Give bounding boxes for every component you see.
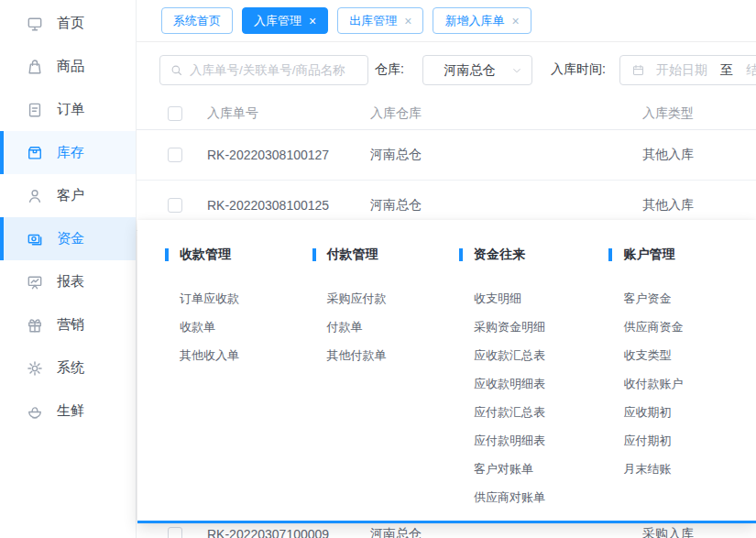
cell-warehouse: 河南总仓 bbox=[370, 147, 642, 163]
menu-section-1: 收款管理订单应收款收款单其他收入单 bbox=[165, 246, 312, 521]
menu-item[interactable]: 客户资金 bbox=[623, 284, 756, 313]
close-icon[interactable]: × bbox=[404, 15, 411, 27]
sidebar-item-funds[interactable]: 资金 bbox=[0, 217, 136, 260]
search-input[interactable] bbox=[190, 63, 358, 77]
cell-order-no: RK-20220308100125 bbox=[207, 198, 370, 213]
sidebar-item-inventory[interactable]: 库存 bbox=[0, 131, 136, 174]
cell-type: 采购入库 bbox=[642, 526, 756, 538]
menu-item[interactable]: 应付款汇总表 bbox=[474, 398, 608, 426]
gift-icon bbox=[26, 316, 44, 335]
menu-item[interactable]: 月末结账 bbox=[623, 455, 756, 483]
warehouse-selected-value: 河南总仓 bbox=[423, 62, 510, 79]
cell-warehouse: 河南总仓 bbox=[370, 197, 642, 214]
sidebar-item-label: 资金 bbox=[57, 230, 84, 247]
tab-bar: 系统首页入库管理×出库管理×新增入库单× bbox=[137, 0, 756, 42]
menu-section-title-text: 资金往来 bbox=[474, 247, 525, 263]
menu-item[interactable]: 应收期初 bbox=[623, 398, 756, 426]
finance-mega-menu: 收款管理订单应收款收款单其他收入单付款管理采购应付款付款单其他付款单资金往来收支… bbox=[137, 220, 756, 523]
date-separator: 至 bbox=[720, 62, 733, 79]
sidebar: 首页商品订单库存客户资金报表营销系统生鲜 bbox=[0, 0, 137, 538]
sidebar-item-label: 生鲜 bbox=[57, 402, 84, 420]
menu-item[interactable]: 订单应收款 bbox=[180, 284, 312, 313]
tab-inbound-management[interactable]: 入库管理× bbox=[242, 7, 328, 34]
menu-item[interactable]: 采购资金明细 bbox=[474, 313, 608, 341]
row-checkbox[interactable] bbox=[168, 527, 182, 538]
sidebar-item-label: 系统 bbox=[57, 359, 84, 377]
sidebar-item-home[interactable]: 首页 bbox=[0, 2, 136, 45]
menu-item[interactable]: 其他收入单 bbox=[180, 341, 312, 369]
menu-item[interactable]: 采购应付款 bbox=[327, 284, 460, 313]
sidebar-item-label: 订单 bbox=[57, 101, 84, 118]
chevron-down-icon bbox=[510, 64, 523, 77]
menu-item[interactable]: 收款单 bbox=[180, 313, 312, 341]
tab-label: 系统首页 bbox=[173, 13, 221, 29]
sidebar-item-label: 营销 bbox=[57, 316, 84, 334]
menu-section-3: 资金往来收支明细采购资金明细应收款汇总表应收款明细表应付款汇总表应付款明细表客户… bbox=[459, 246, 608, 521]
menu-item[interactable]: 收付款账户 bbox=[623, 369, 756, 398]
sidebar-item-marketing[interactable]: 营销 bbox=[0, 303, 136, 346]
cell-warehouse: 河南总仓 bbox=[370, 526, 642, 538]
bowl-icon bbox=[26, 402, 44, 421]
sidebar-item-fresh[interactable]: 生鲜 bbox=[0, 390, 136, 433]
sidebar-item-reports[interactable]: 报表 bbox=[0, 260, 136, 303]
app-window: 首页商品订单库存客户资金报表营销系统生鲜 系统首页入库管理×出库管理×新增入库单… bbox=[0, 0, 756, 538]
tab-system-home[interactable]: 系统首页 bbox=[161, 7, 233, 34]
document-icon bbox=[26, 101, 44, 119]
menu-item[interactable]: 收支明细 bbox=[474, 284, 608, 313]
tab-label: 入库管理 bbox=[254, 13, 301, 29]
menu-section-title: 收款管理 bbox=[165, 246, 312, 264]
select-all-checkbox[interactable] bbox=[168, 106, 182, 121]
tab-new-inbound-order[interactable]: 新增入库单× bbox=[433, 7, 531, 34]
table-row[interactable]: RK-20220308100127河南总仓其他入库 bbox=[137, 130, 756, 181]
menu-section-title-text: 收款管理 bbox=[180, 247, 231, 263]
sidebar-item-system[interactable]: 系统 bbox=[0, 346, 136, 390]
tab-label: 出库管理 bbox=[349, 13, 397, 29]
start-date-placeholder[interactable]: 开始日期 bbox=[656, 62, 707, 79]
menu-section-title: 付款管理 bbox=[312, 246, 460, 264]
menu-item[interactable]: 供应商资金 bbox=[623, 313, 756, 341]
section-marker-icon bbox=[608, 248, 612, 261]
menu-item[interactable]: 供应商对账单 bbox=[474, 483, 608, 511]
close-icon[interactable]: × bbox=[309, 15, 316, 27]
search-box[interactable] bbox=[159, 55, 368, 85]
tab-label: 新增入库单 bbox=[444, 13, 504, 29]
end-date-placeholder[interactable]: 结束日期 bbox=[746, 62, 756, 79]
gear-icon bbox=[26, 359, 44, 378]
menu-item[interactable]: 应收款汇总表 bbox=[474, 341, 608, 369]
tab-outbound-management[interactable]: 出库管理× bbox=[337, 7, 423, 34]
section-marker-icon bbox=[165, 248, 169, 261]
cell-order-no: RK-20220307100009 bbox=[207, 527, 370, 538]
menu-item[interactable]: 应付期初 bbox=[623, 426, 756, 455]
row-checkbox[interactable] bbox=[168, 148, 182, 162]
user-icon bbox=[26, 187, 44, 205]
sidebar-item-label: 客户 bbox=[57, 187, 84, 204]
home-icon bbox=[26, 15, 44, 33]
cell-type: 其他入库 bbox=[642, 197, 756, 214]
menu-section-title: 资金往来 bbox=[459, 246, 608, 264]
sidebar-item-orders[interactable]: 订单 bbox=[0, 88, 136, 131]
column-header-order-no: 入库单号 bbox=[207, 105, 370, 122]
sidebar-item-customers[interactable]: 客户 bbox=[0, 174, 136, 217]
menu-item[interactable]: 收支类型 bbox=[623, 341, 756, 369]
sidebar-item-label: 商品 bbox=[57, 58, 84, 75]
search-icon bbox=[170, 63, 183, 77]
table-header: 入库单号 入库仓库 入库类型 bbox=[137, 97, 756, 130]
sidebar-item-label: 库存 bbox=[57, 144, 84, 161]
menu-item[interactable]: 客户对账单 bbox=[474, 455, 608, 483]
cell-type: 其他入库 bbox=[642, 147, 756, 163]
calendar-icon bbox=[631, 63, 645, 77]
money-icon bbox=[26, 230, 44, 248]
column-header-type: 入库类型 bbox=[642, 105, 756, 122]
sidebar-item-label: 首页 bbox=[57, 15, 84, 32]
menu-item[interactable]: 其他付款单 bbox=[327, 341, 460, 369]
cell-order-no: RK-20220308100127 bbox=[207, 148, 370, 162]
warehouse-select[interactable]: 河南总仓 bbox=[422, 55, 532, 85]
close-icon[interactable]: × bbox=[511, 15, 519, 27]
row-checkbox[interactable] bbox=[168, 198, 182, 213]
menu-item[interactable]: 付款单 bbox=[327, 313, 460, 341]
date-range-picker[interactable]: 开始日期 至 结束日期 bbox=[619, 55, 756, 85]
sidebar-item-goods[interactable]: 商品 bbox=[0, 45, 136, 88]
inbound-time-label: 入库时间: bbox=[551, 42, 606, 97]
menu-item[interactable]: 应收款明细表 bbox=[474, 369, 608, 398]
menu-item[interactable]: 应付款明细表 bbox=[474, 426, 608, 455]
